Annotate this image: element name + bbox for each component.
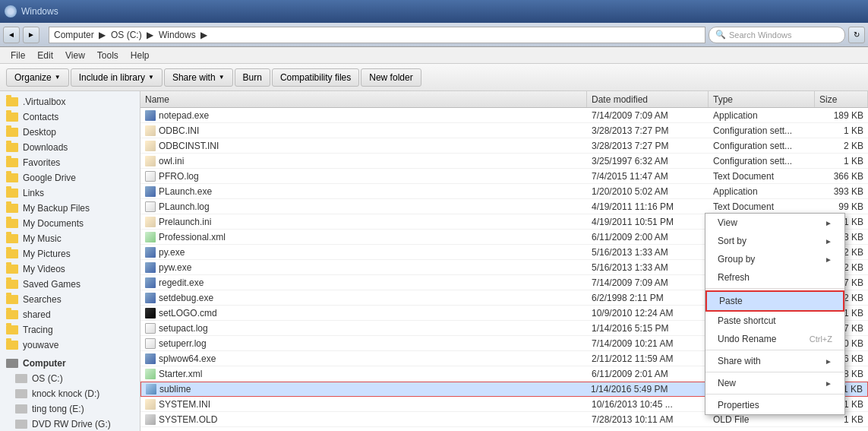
menu-help[interactable]: Help xyxy=(125,49,156,62)
file-name: SYSTEM.OLD xyxy=(159,414,217,425)
table-row[interactable]: PFRO.log 7/4/2015 11:47 AM Text Document… xyxy=(140,169,868,184)
file-size-cell: 189 KB xyxy=(815,110,868,121)
table-row[interactable]: ODBC.INI 3/28/2013 7:27 PM Configuration… xyxy=(140,123,868,138)
file-name: splwow64.exe xyxy=(159,353,216,364)
ini-icon xyxy=(145,217,156,227)
sidebar-item-dvd-rw-drive-(g:)[interactable]: DVD RW Drive (G:) xyxy=(0,417,140,431)
table-row[interactable]: PLaunch.exe 1/20/2010 5:02 AM Applicatio… xyxy=(140,184,868,199)
file-name-cell: SYSTEM.OLD xyxy=(140,414,587,425)
sidebar-item-google-drive[interactable]: Google Drive xyxy=(0,170,140,185)
file-date-cell: 2/11/2012 11:59 AM xyxy=(587,353,709,364)
sidebar-item-my-documents[interactable]: My Documents xyxy=(0,216,140,231)
file-name: Starter.xml xyxy=(159,369,202,379)
xml-icon xyxy=(145,232,156,242)
compatibility-files-button[interactable]: Compatibility files xyxy=(272,68,359,87)
exe-icon xyxy=(145,293,156,303)
sidebar-item-links[interactable]: Links xyxy=(0,185,140,201)
file-name: notepad.exe xyxy=(159,110,209,121)
sidebar-item-youwave[interactable]: youwave xyxy=(0,338,140,353)
col-size[interactable]: Size xyxy=(815,91,868,107)
menu-tools[interactable]: Tools xyxy=(91,49,125,62)
ctx-item-view[interactable]: View► xyxy=(705,214,844,232)
table-row[interactable]: owl.ini 3/25/1997 6:32 AM Configuration … xyxy=(140,154,868,169)
address-path[interactable]: Computer ▶ OS (C:) ▶ Windows ▶ xyxy=(49,27,705,43)
file-name: setupact.log xyxy=(159,323,208,334)
file-type-cell: Configuration sett... xyxy=(709,141,815,151)
file-date-cell: 3/28/2013 7:27 PM xyxy=(587,125,709,136)
file-name: ODBCINST.INI xyxy=(159,141,219,151)
file-date-cell: 6/11/2009 2:00 AM xyxy=(587,232,709,242)
file-date-cell: 10/9/2010 12:24 AM xyxy=(587,308,709,318)
context-menu: View►Sort by►Group by►RefreshPastePaste … xyxy=(705,213,845,415)
share-with-button[interactable]: Share with ▼ xyxy=(164,68,233,87)
ctx-item-properties[interactable]: Properties xyxy=(705,396,844,414)
ctx-item-paste-shortcut[interactable]: Paste shortcut xyxy=(705,312,844,330)
exe-icon xyxy=(145,186,156,197)
ctx-item-arrow: ► xyxy=(825,255,832,264)
context-menu-separator xyxy=(705,372,844,372)
file-name: owl.ini xyxy=(159,156,184,166)
sidebar-item-contacts[interactable]: Contacts xyxy=(0,109,140,125)
drive-icon xyxy=(15,389,27,398)
ctx-item-label: Paste xyxy=(719,296,743,306)
sidebar-item-ting-tong-(e:)[interactable]: ting tong (E:) xyxy=(0,401,140,417)
sidebar-item-my-backup-files[interactable]: My Backup Files xyxy=(0,201,140,216)
folder-icon xyxy=(6,234,18,243)
table-row[interactable]: PLaunch.log 4/19/2011 11:16 PM Text Docu… xyxy=(140,199,868,214)
ctx-item-group-by[interactable]: Group by► xyxy=(705,250,844,268)
table-row[interactable]: ODBCINST.INI 3/28/2013 7:27 PM Configura… xyxy=(140,138,868,154)
col-date[interactable]: Date modified xyxy=(587,91,709,107)
search-box[interactable]: 🔍 Search Windows xyxy=(709,27,845,43)
table-row[interactable]: notepad.exe 7/14/2009 7:09 AM Applicatio… xyxy=(140,108,868,123)
sidebar-item-computer[interactable]: Computer xyxy=(0,356,140,371)
ini-icon xyxy=(145,156,156,166)
sidebar-item-searches[interactable]: Searches xyxy=(0,292,140,307)
sidebar-item-my-music[interactable]: My Music xyxy=(0,231,140,246)
sidebar-item-my-pictures[interactable]: My Pictures xyxy=(0,246,140,261)
ctx-item-arrow: ► xyxy=(825,357,832,366)
burn-button[interactable]: Burn xyxy=(235,68,270,87)
log-icon xyxy=(145,323,156,334)
sidebar-item-shared[interactable]: shared xyxy=(0,307,140,322)
sidebar-item-.virtualbox[interactable]: .Virtualbox xyxy=(0,94,140,109)
new-folder-button[interactable]: New folder xyxy=(361,68,421,87)
xml-icon xyxy=(145,369,156,379)
file-name-cell: Professional.xml xyxy=(140,232,587,242)
folder-icon xyxy=(6,173,18,182)
exe-icon xyxy=(145,277,156,288)
ctx-item-undo-rename[interactable]: Undo RenameCtrl+Z xyxy=(705,330,844,348)
file-name: PFRO.log xyxy=(159,171,199,182)
ctx-item-share-with[interactable]: Share with► xyxy=(705,352,844,370)
file-name: Prelaunch.ini xyxy=(159,217,211,227)
col-name[interactable]: Name xyxy=(140,91,587,107)
sidebar-item-my-videos[interactable]: My Videos xyxy=(0,261,140,277)
menu-view[interactable]: View xyxy=(59,49,91,62)
ctx-item-new[interactable]: New► xyxy=(705,374,844,392)
organize-button[interactable]: Organize ▼ xyxy=(6,68,69,87)
file-name-cell: PFRO.log xyxy=(140,171,587,182)
sidebar-item-tracing[interactable]: Tracing xyxy=(0,322,140,338)
sidebar-item-desktop[interactable]: Desktop xyxy=(0,125,140,140)
sidebar-item-label: Saved Games xyxy=(23,279,80,290)
refresh-button[interactable]: ↻ xyxy=(848,27,865,43)
folder-icon xyxy=(6,325,18,334)
file-list-header: Name Date modified Type Size xyxy=(140,91,868,108)
ctx-item-refresh[interactable]: Refresh xyxy=(705,268,844,287)
ctx-item-label: Sort by xyxy=(718,236,746,246)
sidebar-item-knock-knock-(d:)[interactable]: knock knock (D:) xyxy=(0,386,140,401)
sidebar-item-label: Contacts xyxy=(23,112,58,122)
file-name-cell: PLaunch.exe xyxy=(140,186,587,197)
col-type[interactable]: Type xyxy=(709,91,815,107)
back-button[interactable]: ◄ xyxy=(3,27,20,43)
sidebar-item-favorites[interactable]: Favorites xyxy=(0,155,140,170)
menu-file[interactable]: File xyxy=(5,49,31,62)
forward-button[interactable]: ► xyxy=(23,27,39,43)
menu-edit[interactable]: Edit xyxy=(31,49,59,62)
ctx-item-sort-by[interactable]: Sort by► xyxy=(705,232,844,250)
ctx-item-paste[interactable]: Paste xyxy=(705,290,844,312)
sidebar-item-downloads[interactable]: Downloads xyxy=(0,140,140,155)
sidebar-item-os-(c:)[interactable]: OS (C:) xyxy=(0,371,140,386)
file-name: sublime xyxy=(159,384,191,395)
sidebar-item-saved-games[interactable]: Saved Games xyxy=(0,277,140,292)
include-library-button[interactable]: Include in library ▼ xyxy=(71,68,163,87)
